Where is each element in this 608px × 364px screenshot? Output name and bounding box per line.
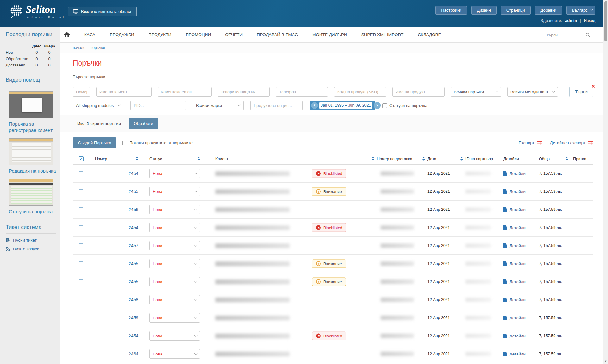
- order-status-select[interactable]: Нова: [149, 331, 200, 341]
- sort-icon[interactable]: [372, 157, 374, 161]
- details-link[interactable]: Детайли: [510, 279, 526, 284]
- details-link[interactable]: Детайли: [510, 243, 526, 248]
- export-table-icon[interactable]: [537, 141, 542, 145]
- brands-select[interactable]: Всички марки: [193, 101, 244, 110]
- date-prev-button[interactable]: [311, 102, 318, 109]
- product-option-filter-input[interactable]: [250, 101, 303, 110]
- column-header-status[interactable]: Статус: [141, 153, 203, 164]
- filter-search-button[interactable]: Търси: [569, 87, 593, 97]
- all-orders-select[interactable]: Всички поръчки: [451, 87, 501, 97]
- topbar-button-4[interactable]: Добавки: [535, 6, 562, 15]
- row-checkbox[interactable]: [79, 243, 83, 248]
- order-number-link[interactable]: 2458: [129, 297, 138, 302]
- breadcrumb-current[interactable]: поръчки: [91, 46, 105, 50]
- date-next-button[interactable]: [374, 102, 381, 109]
- nav-item-5[interactable]: ОТЧЕТИ: [225, 32, 243, 37]
- column-header-delivery[interactable]: Номер на доставка: [377, 153, 428, 164]
- video-thumbnail[interactable]: [9, 91, 53, 118]
- detailed-export-link[interactable]: Детайлен експорт: [550, 141, 586, 145]
- order-status-select[interactable]: Нова: [149, 277, 200, 286]
- process-button[interactable]: Обработи: [129, 118, 158, 129]
- details-link[interactable]: Детайли: [510, 207, 526, 212]
- row-checkbox[interactable]: [79, 261, 83, 266]
- order-status-select[interactable]: Нова: [149, 169, 200, 178]
- row-checkbox[interactable]: [79, 352, 83, 356]
- clear-filters-icon[interactable]: [592, 84, 595, 89]
- sort-icon[interactable]: [422, 157, 425, 161]
- order-status-select[interactable]: Нова: [149, 295, 200, 304]
- column-header-date[interactable]: Дата: [428, 153, 466, 164]
- details-link[interactable]: Детайли: [510, 261, 526, 266]
- sort-icon[interactable]: [566, 157, 568, 161]
- column-header-total[interactable]: Общо: [539, 153, 571, 164]
- sort-icon[interactable]: [460, 157, 463, 161]
- topbar-button-2[interactable]: Дизайн: [471, 6, 497, 15]
- order-number-link[interactable]: 2464: [129, 351, 138, 356]
- details-link[interactable]: Детайли: [510, 352, 526, 356]
- nav-item-9[interactable]: СКЛАДОВЕ: [418, 32, 441, 37]
- nav-search-input[interactable]: [546, 33, 586, 37]
- view-cases-link[interactable]: Вижте казуси: [6, 247, 56, 251]
- phone-filter-input[interactable]: [276, 87, 328, 97]
- order-status-select[interactable]: Нова: [149, 187, 200, 196]
- language-button[interactable]: Българс: [566, 6, 595, 15]
- order-status-select[interactable]: Нова: [149, 349, 200, 359]
- topbar-button-3[interactable]: Страници: [501, 6, 531, 15]
- nav-item-2[interactable]: ПРОДАЖБИ: [110, 32, 134, 37]
- detailed-export-table-icon[interactable]: [588, 141, 593, 145]
- date-range-value[interactable]: Jan 01, 1995 – Jun 09, 2021: [319, 102, 372, 109]
- select-all-checkbox[interactable]: ✓: [79, 156, 84, 161]
- video-caption[interactable]: Поръчка за регистриран клиент: [9, 121, 57, 133]
- client-email-filter-input[interactable]: [158, 87, 212, 97]
- nav-item-8[interactable]: SUPER XML IMPORT: [361, 32, 404, 37]
- date-range-picker[interactable]: Jan 01, 1995 – Jun 09, 2021: [310, 101, 375, 110]
- order-status-select[interactable]: Нова: [149, 223, 200, 232]
- scrollbar-down-arrow[interactable]: ▼: [603, 360, 608, 363]
- row-checkbox[interactable]: [79, 189, 83, 194]
- logout-link[interactable]: Изход: [584, 18, 595, 23]
- order-number-link[interactable]: 2454: [129, 225, 138, 230]
- order-statuses-checkbox[interactable]: [382, 103, 387, 108]
- column-header-client[interactable]: Клиент: [203, 153, 377, 164]
- order-status-select[interactable]: Нова: [149, 259, 200, 268]
- sort-icon[interactable]: [136, 157, 138, 161]
- nav-item-1[interactable]: КАСА: [84, 32, 95, 37]
- order-number-filter-input[interactable]: [73, 87, 90, 97]
- column-header-number[interactable]: Номер: [86, 153, 141, 164]
- order-number-link[interactable]: 2455: [129, 261, 138, 266]
- submit-ticket-link[interactable]: Пусни тикет: [6, 238, 56, 242]
- row-checkbox[interactable]: [79, 225, 83, 230]
- product-name-filter-input[interactable]: [392, 87, 445, 97]
- shipping-modules-select[interactable]: All shipping modules: [73, 101, 124, 110]
- client-area-button[interactable]: Вижте клиентската област: [68, 7, 137, 16]
- row-checkbox[interactable]: [79, 316, 83, 320]
- details-link[interactable]: Детайли: [510, 225, 526, 230]
- order-number-link[interactable]: 2455: [129, 189, 138, 194]
- order-status-select[interactable]: Нова: [149, 313, 200, 323]
- details-link[interactable]: Детайли: [510, 334, 526, 338]
- order-status-select[interactable]: Нова: [149, 241, 200, 250]
- create-order-button[interactable]: Създай Поръчка: [73, 137, 116, 148]
- seliton-logo[interactable]: Seliton Admin Panel: [10, 4, 66, 19]
- sku-filter-input[interactable]: [334, 87, 386, 97]
- export-link[interactable]: Експорт: [519, 141, 535, 145]
- details-link[interactable]: Детайли: [510, 171, 526, 176]
- nav-home-link[interactable]: [64, 32, 70, 37]
- details-link[interactable]: Детайли: [510, 316, 526, 320]
- show-products-checkbox[interactable]: [122, 141, 127, 145]
- video-thumbnail[interactable]: [9, 138, 53, 165]
- order-number-link[interactable]: 2455: [129, 279, 138, 284]
- nav-item-6[interactable]: ПРОДАВАЙ В EMAG: [257, 32, 298, 37]
- topbar-button-1[interactable]: Настройки: [435, 6, 467, 15]
- order-status-select[interactable]: Нова: [149, 205, 200, 214]
- scrollbar-thumb[interactable]: [604, 1, 607, 41]
- row-checkbox[interactable]: [79, 298, 83, 302]
- order-number-link[interactable]: 2459: [129, 315, 138, 320]
- video-caption[interactable]: Редакция на поръчка: [9, 168, 57, 174]
- order-number-link[interactable]: 2457: [129, 243, 138, 248]
- order-number-link[interactable]: 2454: [129, 171, 138, 176]
- row-checkbox[interactable]: [79, 171, 83, 176]
- payment-methods-select[interactable]: Всички методи на п: [507, 87, 558, 97]
- details-link[interactable]: Детайли: [510, 189, 526, 194]
- pid-filter-input[interactable]: [130, 101, 186, 110]
